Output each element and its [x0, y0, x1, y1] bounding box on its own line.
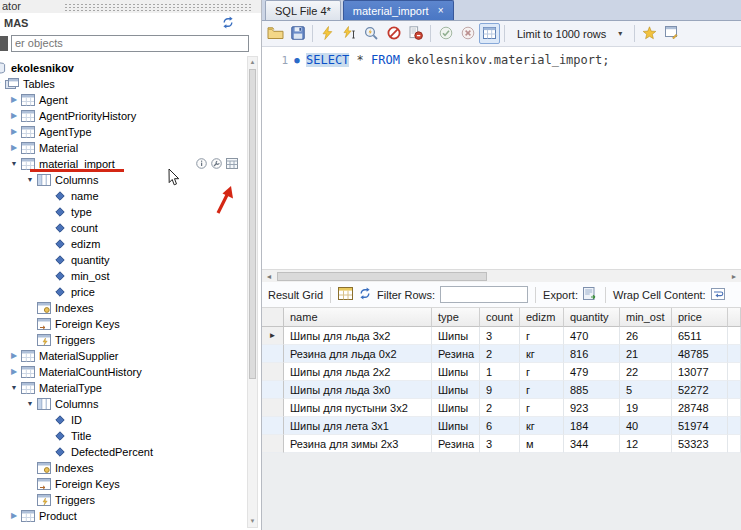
table-cell[interactable]: Резина для льда 0x2: [284, 345, 432, 363]
table-cell[interactable]: 470: [564, 327, 620, 345]
table-cell[interactable]: 923: [564, 399, 620, 417]
sql-editor[interactable]: 1 ● SELECT * FROM ekolesnikov.material_i…: [262, 47, 741, 269]
tree-item-triggers[interactable]: Triggers: [0, 332, 261, 348]
tree-item-materialsupplier[interactable]: ▶MaterialSupplier: [0, 348, 261, 364]
table-cell[interactable]: Резина: [432, 435, 480, 453]
editor-horizontal-scrollbar[interactable]: ◄ ►: [262, 269, 741, 282]
tree-item-columns[interactable]: ▼Columns: [0, 172, 261, 188]
refresh-schemas-icon[interactable]: [221, 16, 235, 29]
tree-item-defectedpercent[interactable]: DefectedPercent: [0, 444, 261, 460]
stop-on-error-toggle[interactable]: [405, 23, 426, 44]
table-cell[interactable]: 19: [620, 399, 672, 417]
commit-button[interactable]: [435, 23, 456, 44]
table-cell[interactable]: г: [520, 399, 564, 417]
wrap-cell-content-button[interactable]: [711, 288, 725, 302]
expand-arrow-icon[interactable]: ▶: [8, 364, 20, 380]
column-header-count[interactable]: count: [480, 308, 520, 327]
table-cell[interactable]: г: [520, 327, 564, 345]
column-header-min-ost[interactable]: min_ost: [620, 308, 672, 327]
table-cell[interactable]: 885: [564, 381, 620, 399]
tree-item-indexes[interactable]: Indexes: [0, 300, 261, 316]
tree-item-agentpriorityhistory[interactable]: ▶AgentPriorityHistory: [0, 108, 261, 124]
table-cell[interactable]: Шипы: [432, 417, 480, 435]
tree-item-quantity[interactable]: quantity: [0, 252, 261, 268]
table-cell[interactable]: Шипы: [432, 363, 480, 381]
table-cell[interactable]: Шипы: [432, 327, 480, 345]
table-cell[interactable]: 21: [620, 345, 672, 363]
collapse-arrow-icon[interactable]: ▼: [24, 396, 36, 412]
row-selector-cell[interactable]: [262, 417, 284, 435]
expand-arrow-icon[interactable]: ▶: [8, 140, 20, 156]
export-results-button[interactable]: [583, 287, 598, 302]
filter-objects-input[interactable]: [11, 35, 249, 52]
row-selector-cell[interactable]: [262, 399, 284, 417]
table-cell[interactable]: 48785: [672, 345, 728, 363]
table-cell[interactable]: Шипы для льда 2x2: [284, 363, 432, 381]
execute-button[interactable]: [317, 23, 338, 44]
table-cell[interactable]: кг: [520, 417, 564, 435]
table-row[interactable]: Резина для льда 0x2Резина2кг8162148785: [262, 345, 741, 363]
tree-item-material[interactable]: ▶Material: [0, 140, 261, 156]
column-header-type[interactable]: type: [432, 308, 480, 327]
wrench-icon[interactable]: [211, 158, 222, 169]
table-cell[interactable]: 3: [480, 327, 520, 345]
explain-button[interactable]: [361, 23, 382, 44]
collapse-arrow-icon[interactable]: ▼: [24, 172, 36, 188]
table-cell[interactable]: м: [520, 435, 564, 453]
table-cell[interactable]: 2: [480, 345, 520, 363]
tree-item-foreign-keys[interactable]: Foreign Keys: [0, 316, 261, 332]
tree-item-indexes[interactable]: Indexes: [0, 460, 261, 476]
column-header-name[interactable]: name: [284, 308, 432, 327]
expand-arrow-icon[interactable]: ▶: [8, 108, 20, 124]
row-selector-cell[interactable]: [262, 345, 284, 363]
expand-arrow-icon[interactable]: ▶: [8, 124, 20, 140]
table-cell[interactable]: 22: [620, 363, 672, 381]
tree-item-materialcounthistory[interactable]: ▶MaterialCountHistory: [0, 364, 261, 380]
table-cell[interactable]: 344: [564, 435, 620, 453]
table-row[interactable]: Шипы для лета 3x1Шипы6кг1844051974: [262, 417, 741, 435]
scroll-down-icon[interactable]: ▼: [248, 516, 257, 527]
row-selector-cell[interactable]: [262, 363, 284, 381]
table-cell[interactable]: 2: [480, 399, 520, 417]
table-cell[interactable]: 816: [564, 345, 620, 363]
tree-item-agent[interactable]: ▶Agent: [0, 92, 261, 108]
table-cell[interactable]: 26: [620, 327, 672, 345]
rollback-button[interactable]: [457, 23, 478, 44]
tree-item-ekolesnikov[interactable]: ekolesnikov: [0, 60, 261, 76]
stop-button[interactable]: [383, 23, 404, 44]
result-grid-view-button[interactable]: [338, 287, 353, 302]
expand-arrow-icon[interactable]: ▶: [8, 92, 20, 108]
scrollbar-thumb[interactable]: [249, 69, 256, 379]
collapse-arrow-icon[interactable]: ▼: [8, 156, 20, 172]
table-cell[interactable]: 53323: [672, 435, 728, 453]
tab-close-icon[interactable]: ×: [438, 6, 444, 16]
table-cell[interactable]: Шипы для лета 3x1: [284, 417, 432, 435]
info-icon[interactable]: [196, 158, 207, 169]
tree-scrollbar[interactable]: ▲ ▼: [247, 56, 258, 528]
tree-item-agenttype[interactable]: ▶AgentType: [0, 124, 261, 140]
tree-item-columns[interactable]: ▼Columns: [0, 396, 261, 412]
column-header-edizm[interactable]: edizm: [520, 308, 564, 327]
table-cell[interactable]: 5: [620, 381, 672, 399]
scroll-up-icon[interactable]: ▲: [248, 57, 257, 68]
scroll-right-icon[interactable]: ►: [727, 273, 741, 280]
table-cell[interactable]: г: [520, 381, 564, 399]
row-selector-cell[interactable]: [262, 435, 284, 453]
table-row[interactable]: Шипы для пустыни 3x2Шипы2г9231928748: [262, 399, 741, 417]
row-selector-cell[interactable]: [262, 381, 284, 399]
tree-item-materialtype[interactable]: ▼MaterialType: [0, 380, 261, 396]
table-cell[interactable]: 3: [480, 435, 520, 453]
execute-current-statement-button[interactable]: [339, 23, 360, 44]
table-cell[interactable]: 9: [480, 381, 520, 399]
table-cell[interactable]: 28748: [672, 399, 728, 417]
table-cell[interactable]: 6: [480, 417, 520, 435]
table-cell[interactable]: 184: [564, 417, 620, 435]
column-header-price[interactable]: price: [672, 308, 728, 327]
row-selector-cell[interactable]: ►: [262, 327, 284, 345]
table-cell[interactable]: Шипы для льда 3x2: [284, 327, 432, 345]
table-data-icon[interactable]: [226, 158, 238, 169]
save-script-button[interactable]: [287, 23, 308, 44]
tree-item-product[interactable]: ▶Product: [0, 508, 261, 524]
expand-arrow-icon[interactable]: ▶: [8, 508, 20, 524]
table-cell[interactable]: 1: [480, 363, 520, 381]
